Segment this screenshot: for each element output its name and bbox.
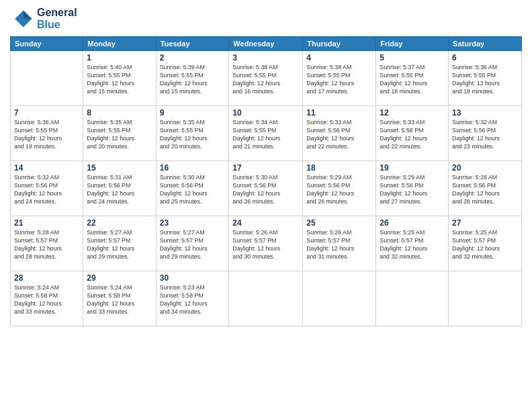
cell-info: Sunrise: 5:25 AM Sunset: 5:57 PM Dayligh… bbox=[380, 229, 445, 261]
day-number: 16 bbox=[160, 163, 226, 173]
cell-info: Sunrise: 5:36 AM Sunset: 5:55 PM Dayligh… bbox=[452, 64, 518, 96]
calendar-cell: 30Sunrise: 5:23 AM Sunset: 5:58 PM Dayli… bbox=[156, 271, 229, 326]
cell-info: Sunrise: 5:31 AM Sunset: 5:56 PM Dayligh… bbox=[87, 174, 152, 206]
week-row-2: 7Sunrise: 5:36 AM Sunset: 5:55 PM Daylig… bbox=[11, 106, 522, 161]
calendar-cell: 23Sunrise: 5:27 AM Sunset: 5:57 PM Dayli… bbox=[156, 216, 229, 271]
cell-info: Sunrise: 5:36 AM Sunset: 5:55 PM Dayligh… bbox=[14, 119, 79, 151]
day-number: 1 bbox=[87, 53, 152, 62]
page: General Blue SundayMondayTuesdayWednesda… bbox=[0, 0, 532, 411]
day-number: 11 bbox=[306, 108, 372, 118]
cell-info: Sunrise: 5:39 AM Sunset: 5:55 PM Dayligh… bbox=[160, 64, 226, 96]
day-number: 29 bbox=[87, 273, 152, 283]
calendar-cell: 1Sunrise: 5:40 AM Sunset: 5:55 PM Daylig… bbox=[83, 51, 156, 106]
cell-info: Sunrise: 5:40 AM Sunset: 5:55 PM Dayligh… bbox=[87, 64, 152, 96]
calendar-cell bbox=[11, 51, 83, 106]
weekday-header-wednesday: Wednesday bbox=[229, 37, 303, 51]
calendar-cell: 2Sunrise: 5:39 AM Sunset: 5:55 PM Daylig… bbox=[156, 51, 229, 106]
calendar-table: SundayMondayTuesdayWednesdayThursdayFrid… bbox=[10, 36, 522, 326]
cell-info: Sunrise: 5:32 AM Sunset: 5:56 PM Dayligh… bbox=[14, 174, 79, 206]
day-number: 15 bbox=[87, 163, 152, 173]
day-number: 9 bbox=[160, 108, 226, 118]
cell-info: Sunrise: 5:33 AM Sunset: 5:56 PM Dayligh… bbox=[306, 119, 372, 151]
cell-info: Sunrise: 5:29 AM Sunset: 5:56 PM Dayligh… bbox=[380, 174, 445, 206]
calendar-cell: 5Sunrise: 5:37 AM Sunset: 5:55 PM Daylig… bbox=[376, 51, 449, 106]
cell-info: Sunrise: 5:35 AM Sunset: 5:55 PM Dayligh… bbox=[87, 119, 152, 151]
cell-info: Sunrise: 5:23 AM Sunset: 5:58 PM Dayligh… bbox=[160, 284, 226, 316]
calendar-cell: 7Sunrise: 5:36 AM Sunset: 5:55 PM Daylig… bbox=[11, 106, 83, 161]
calendar-cell: 10Sunrise: 5:34 AM Sunset: 5:55 PM Dayli… bbox=[229, 106, 303, 161]
day-number: 26 bbox=[380, 218, 445, 228]
day-number: 24 bbox=[232, 218, 299, 228]
calendar-cell: 28Sunrise: 5:24 AM Sunset: 5:58 PM Dayli… bbox=[11, 271, 83, 326]
calendar-cell: 15Sunrise: 5:31 AM Sunset: 5:56 PM Dayli… bbox=[83, 161, 156, 216]
calendar-cell: 19Sunrise: 5:29 AM Sunset: 5:56 PM Dayli… bbox=[376, 161, 449, 216]
cell-info: Sunrise: 5:32 AM Sunset: 5:56 PM Dayligh… bbox=[452, 119, 518, 151]
day-number: 5 bbox=[380, 53, 445, 62]
cell-info: Sunrise: 5:25 AM Sunset: 5:57 PM Dayligh… bbox=[452, 229, 518, 261]
cell-info: Sunrise: 5:34 AM Sunset: 5:55 PM Dayligh… bbox=[232, 119, 299, 151]
day-number: 28 bbox=[14, 273, 79, 283]
day-number: 10 bbox=[232, 108, 299, 118]
day-number: 25 bbox=[306, 218, 372, 228]
calendar-cell: 26Sunrise: 5:25 AM Sunset: 5:57 PM Dayli… bbox=[376, 216, 449, 271]
calendar-cell: 27Sunrise: 5:25 AM Sunset: 5:57 PM Dayli… bbox=[449, 216, 522, 271]
calendar-cell: 24Sunrise: 5:26 AM Sunset: 5:57 PM Dayli… bbox=[229, 216, 303, 271]
weekday-header-tuesday: Tuesday bbox=[156, 37, 229, 51]
cell-info: Sunrise: 5:38 AM Sunset: 5:55 PM Dayligh… bbox=[306, 64, 372, 96]
cell-info: Sunrise: 5:26 AM Sunset: 5:57 PM Dayligh… bbox=[306, 229, 372, 261]
day-number: 20 bbox=[452, 163, 518, 173]
logo: General Blue bbox=[10, 7, 77, 31]
day-number: 27 bbox=[452, 218, 518, 228]
cell-info: Sunrise: 5:30 AM Sunset: 5:56 PM Dayligh… bbox=[160, 174, 226, 206]
logo-text: General Blue bbox=[37, 7, 77, 31]
calendar-cell bbox=[449, 271, 522, 326]
cell-info: Sunrise: 5:26 AM Sunset: 5:57 PM Dayligh… bbox=[232, 229, 299, 261]
calendar-cell: 22Sunrise: 5:27 AM Sunset: 5:57 PM Dayli… bbox=[83, 216, 156, 271]
weekday-header-friday: Friday bbox=[376, 37, 449, 51]
weekday-header-row: SundayMondayTuesdayWednesdayThursdayFrid… bbox=[11, 37, 522, 51]
day-number: 8 bbox=[87, 108, 152, 118]
header: General Blue bbox=[10, 7, 522, 31]
cell-info: Sunrise: 5:35 AM Sunset: 5:55 PM Dayligh… bbox=[160, 119, 226, 151]
logo-icon bbox=[10, 7, 34, 31]
calendar-cell: 8Sunrise: 5:35 AM Sunset: 5:55 PM Daylig… bbox=[83, 106, 156, 161]
cell-info: Sunrise: 5:24 AM Sunset: 5:58 PM Dayligh… bbox=[87, 284, 152, 316]
cell-info: Sunrise: 5:37 AM Sunset: 5:55 PM Dayligh… bbox=[380, 64, 445, 96]
calendar-cell: 18Sunrise: 5:29 AM Sunset: 5:56 PM Dayli… bbox=[303, 161, 376, 216]
weekday-header-sunday: Sunday bbox=[11, 37, 83, 51]
svg-marker-1 bbox=[24, 10, 32, 19]
calendar-cell: 6Sunrise: 5:36 AM Sunset: 5:55 PM Daylig… bbox=[449, 51, 522, 106]
day-number: 14 bbox=[14, 163, 79, 173]
week-row-1: 1Sunrise: 5:40 AM Sunset: 5:55 PM Daylig… bbox=[11, 51, 522, 106]
calendar-cell: 29Sunrise: 5:24 AM Sunset: 5:58 PM Dayli… bbox=[83, 271, 156, 326]
calendar-cell: 17Sunrise: 5:30 AM Sunset: 5:56 PM Dayli… bbox=[229, 161, 303, 216]
day-number: 3 bbox=[232, 53, 299, 62]
day-number: 6 bbox=[452, 53, 518, 62]
cell-info: Sunrise: 5:33 AM Sunset: 5:56 PM Dayligh… bbox=[380, 119, 445, 151]
day-number: 19 bbox=[380, 163, 445, 173]
cell-info: Sunrise: 5:38 AM Sunset: 5:55 PM Dayligh… bbox=[232, 64, 299, 96]
weekday-header-monday: Monday bbox=[83, 37, 156, 51]
calendar-cell: 14Sunrise: 5:32 AM Sunset: 5:56 PM Dayli… bbox=[11, 161, 83, 216]
day-number: 23 bbox=[160, 218, 226, 228]
day-number: 18 bbox=[306, 163, 372, 173]
day-number: 13 bbox=[452, 108, 518, 118]
week-row-4: 21Sunrise: 5:28 AM Sunset: 5:57 PM Dayli… bbox=[11, 216, 522, 271]
day-number: 7 bbox=[14, 108, 79, 118]
calendar-cell bbox=[303, 271, 376, 326]
calendar-cell: 21Sunrise: 5:28 AM Sunset: 5:57 PM Dayli… bbox=[11, 216, 83, 271]
calendar-cell: 12Sunrise: 5:33 AM Sunset: 5:56 PM Dayli… bbox=[376, 106, 449, 161]
cell-info: Sunrise: 5:30 AM Sunset: 5:56 PM Dayligh… bbox=[232, 174, 299, 206]
calendar-cell: 11Sunrise: 5:33 AM Sunset: 5:56 PM Dayli… bbox=[303, 106, 376, 161]
day-number: 17 bbox=[232, 163, 299, 173]
calendar-cell bbox=[376, 271, 449, 326]
calendar-cell: 25Sunrise: 5:26 AM Sunset: 5:57 PM Dayli… bbox=[303, 216, 376, 271]
cell-info: Sunrise: 5:28 AM Sunset: 5:56 PM Dayligh… bbox=[452, 174, 518, 206]
day-number: 12 bbox=[380, 108, 445, 118]
calendar-cell bbox=[229, 271, 303, 326]
week-row-3: 14Sunrise: 5:32 AM Sunset: 5:56 PM Dayli… bbox=[11, 161, 522, 216]
calendar-cell: 16Sunrise: 5:30 AM Sunset: 5:56 PM Dayli… bbox=[156, 161, 229, 216]
day-number: 2 bbox=[160, 53, 226, 62]
calendar-cell: 9Sunrise: 5:35 AM Sunset: 5:55 PM Daylig… bbox=[156, 106, 229, 161]
weekday-header-thursday: Thursday bbox=[303, 37, 376, 51]
